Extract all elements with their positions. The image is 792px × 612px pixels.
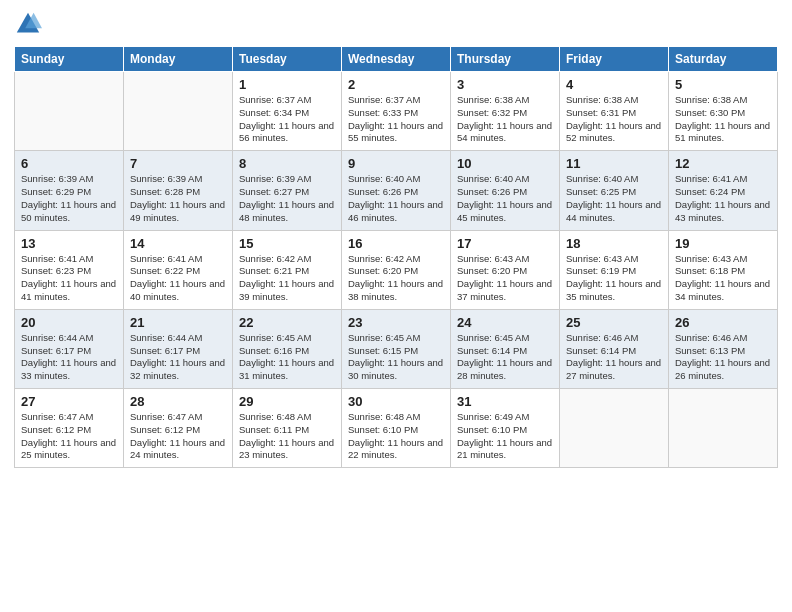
day-info: Sunrise: 6:43 AMSunset: 6:19 PMDaylight:… (566, 253, 662, 304)
day-info: Sunrise: 6:40 AMSunset: 6:26 PMDaylight:… (348, 173, 444, 224)
day-info: Sunrise: 6:48 AMSunset: 6:10 PMDaylight:… (348, 411, 444, 462)
calendar-weekday-tuesday: Tuesday (233, 47, 342, 72)
day-info: Sunrise: 6:41 AMSunset: 6:22 PMDaylight:… (130, 253, 226, 304)
day-info: Sunrise: 6:44 AMSunset: 6:17 PMDaylight:… (21, 332, 117, 383)
calendar-cell: 22Sunrise: 6:45 AMSunset: 6:16 PMDayligh… (233, 309, 342, 388)
day-info: Sunrise: 6:42 AMSunset: 6:21 PMDaylight:… (239, 253, 335, 304)
day-number: 2 (348, 77, 444, 92)
day-info: Sunrise: 6:39 AMSunset: 6:27 PMDaylight:… (239, 173, 335, 224)
day-info: Sunrise: 6:38 AMSunset: 6:30 PMDaylight:… (675, 94, 771, 145)
day-info: Sunrise: 6:43 AMSunset: 6:20 PMDaylight:… (457, 253, 553, 304)
day-number: 6 (21, 156, 117, 171)
calendar-cell: 28Sunrise: 6:47 AMSunset: 6:12 PMDayligh… (124, 389, 233, 468)
calendar-cell: 2Sunrise: 6:37 AMSunset: 6:33 PMDaylight… (342, 72, 451, 151)
day-info: Sunrise: 6:48 AMSunset: 6:11 PMDaylight:… (239, 411, 335, 462)
day-info: Sunrise: 6:41 AMSunset: 6:23 PMDaylight:… (21, 253, 117, 304)
calendar-cell (560, 389, 669, 468)
calendar-cell: 15Sunrise: 6:42 AMSunset: 6:21 PMDayligh… (233, 230, 342, 309)
day-number: 30 (348, 394, 444, 409)
day-info: Sunrise: 6:39 AMSunset: 6:29 PMDaylight:… (21, 173, 117, 224)
calendar-cell: 23Sunrise: 6:45 AMSunset: 6:15 PMDayligh… (342, 309, 451, 388)
calendar-weekday-thursday: Thursday (451, 47, 560, 72)
day-number: 21 (130, 315, 226, 330)
day-number: 19 (675, 236, 771, 251)
day-info: Sunrise: 6:46 AMSunset: 6:13 PMDaylight:… (675, 332, 771, 383)
day-number: 13 (21, 236, 117, 251)
day-info: Sunrise: 6:40 AMSunset: 6:25 PMDaylight:… (566, 173, 662, 224)
calendar-cell: 24Sunrise: 6:45 AMSunset: 6:14 PMDayligh… (451, 309, 560, 388)
calendar-cell: 13Sunrise: 6:41 AMSunset: 6:23 PMDayligh… (15, 230, 124, 309)
day-number: 22 (239, 315, 335, 330)
day-info: Sunrise: 6:45 AMSunset: 6:14 PMDaylight:… (457, 332, 553, 383)
calendar-cell: 20Sunrise: 6:44 AMSunset: 6:17 PMDayligh… (15, 309, 124, 388)
calendar-week-row: 27Sunrise: 6:47 AMSunset: 6:12 PMDayligh… (15, 389, 778, 468)
day-info: Sunrise: 6:43 AMSunset: 6:18 PMDaylight:… (675, 253, 771, 304)
day-number: 20 (21, 315, 117, 330)
calendar-cell: 19Sunrise: 6:43 AMSunset: 6:18 PMDayligh… (669, 230, 778, 309)
calendar-weekday-monday: Monday (124, 47, 233, 72)
day-number: 28 (130, 394, 226, 409)
calendar-week-row: 13Sunrise: 6:41 AMSunset: 6:23 PMDayligh… (15, 230, 778, 309)
day-number: 17 (457, 236, 553, 251)
calendar-weekday-saturday: Saturday (669, 47, 778, 72)
day-number: 23 (348, 315, 444, 330)
day-number: 15 (239, 236, 335, 251)
day-info: Sunrise: 6:46 AMSunset: 6:14 PMDaylight:… (566, 332, 662, 383)
calendar-cell: 5Sunrise: 6:38 AMSunset: 6:30 PMDaylight… (669, 72, 778, 151)
day-number: 3 (457, 77, 553, 92)
header (14, 10, 778, 38)
day-number: 11 (566, 156, 662, 171)
calendar-cell (15, 72, 124, 151)
calendar-weekday-friday: Friday (560, 47, 669, 72)
day-info: Sunrise: 6:47 AMSunset: 6:12 PMDaylight:… (21, 411, 117, 462)
day-info: Sunrise: 6:37 AMSunset: 6:34 PMDaylight:… (239, 94, 335, 145)
day-info: Sunrise: 6:47 AMSunset: 6:12 PMDaylight:… (130, 411, 226, 462)
day-number: 8 (239, 156, 335, 171)
day-number: 31 (457, 394, 553, 409)
calendar-cell (124, 72, 233, 151)
day-info: Sunrise: 6:38 AMSunset: 6:32 PMDaylight:… (457, 94, 553, 145)
day-number: 12 (675, 156, 771, 171)
day-number: 18 (566, 236, 662, 251)
day-info: Sunrise: 6:42 AMSunset: 6:20 PMDaylight:… (348, 253, 444, 304)
day-info: Sunrise: 6:44 AMSunset: 6:17 PMDaylight:… (130, 332, 226, 383)
page: SundayMondayTuesdayWednesdayThursdayFrid… (0, 0, 792, 612)
calendar-cell: 8Sunrise: 6:39 AMSunset: 6:27 PMDaylight… (233, 151, 342, 230)
logo (14, 10, 45, 38)
calendar-cell: 27Sunrise: 6:47 AMSunset: 6:12 PMDayligh… (15, 389, 124, 468)
calendar-weekday-sunday: Sunday (15, 47, 124, 72)
day-number: 5 (675, 77, 771, 92)
calendar-cell: 9Sunrise: 6:40 AMSunset: 6:26 PMDaylight… (342, 151, 451, 230)
calendar-weekday-wednesday: Wednesday (342, 47, 451, 72)
day-number: 26 (675, 315, 771, 330)
day-info: Sunrise: 6:45 AMSunset: 6:16 PMDaylight:… (239, 332, 335, 383)
day-info: Sunrise: 6:40 AMSunset: 6:26 PMDaylight:… (457, 173, 553, 224)
calendar-cell: 29Sunrise: 6:48 AMSunset: 6:11 PMDayligh… (233, 389, 342, 468)
day-number: 1 (239, 77, 335, 92)
day-info: Sunrise: 6:41 AMSunset: 6:24 PMDaylight:… (675, 173, 771, 224)
calendar-cell: 4Sunrise: 6:38 AMSunset: 6:31 PMDaylight… (560, 72, 669, 151)
day-number: 7 (130, 156, 226, 171)
day-info: Sunrise: 6:45 AMSunset: 6:15 PMDaylight:… (348, 332, 444, 383)
calendar-cell: 11Sunrise: 6:40 AMSunset: 6:25 PMDayligh… (560, 151, 669, 230)
day-number: 16 (348, 236, 444, 251)
calendar-cell: 25Sunrise: 6:46 AMSunset: 6:14 PMDayligh… (560, 309, 669, 388)
calendar-cell (669, 389, 778, 468)
day-number: 25 (566, 315, 662, 330)
calendar-cell: 6Sunrise: 6:39 AMSunset: 6:29 PMDaylight… (15, 151, 124, 230)
logo-icon (14, 10, 42, 38)
day-number: 24 (457, 315, 553, 330)
calendar-week-row: 1Sunrise: 6:37 AMSunset: 6:34 PMDaylight… (15, 72, 778, 151)
calendar-cell: 12Sunrise: 6:41 AMSunset: 6:24 PMDayligh… (669, 151, 778, 230)
calendar-table: SundayMondayTuesdayWednesdayThursdayFrid… (14, 46, 778, 468)
day-info: Sunrise: 6:49 AMSunset: 6:10 PMDaylight:… (457, 411, 553, 462)
calendar-cell: 16Sunrise: 6:42 AMSunset: 6:20 PMDayligh… (342, 230, 451, 309)
day-info: Sunrise: 6:37 AMSunset: 6:33 PMDaylight:… (348, 94, 444, 145)
calendar-cell: 14Sunrise: 6:41 AMSunset: 6:22 PMDayligh… (124, 230, 233, 309)
day-info: Sunrise: 6:39 AMSunset: 6:28 PMDaylight:… (130, 173, 226, 224)
calendar-cell: 1Sunrise: 6:37 AMSunset: 6:34 PMDaylight… (233, 72, 342, 151)
day-number: 10 (457, 156, 553, 171)
calendar-week-row: 20Sunrise: 6:44 AMSunset: 6:17 PMDayligh… (15, 309, 778, 388)
calendar-cell: 26Sunrise: 6:46 AMSunset: 6:13 PMDayligh… (669, 309, 778, 388)
calendar-cell: 18Sunrise: 6:43 AMSunset: 6:19 PMDayligh… (560, 230, 669, 309)
